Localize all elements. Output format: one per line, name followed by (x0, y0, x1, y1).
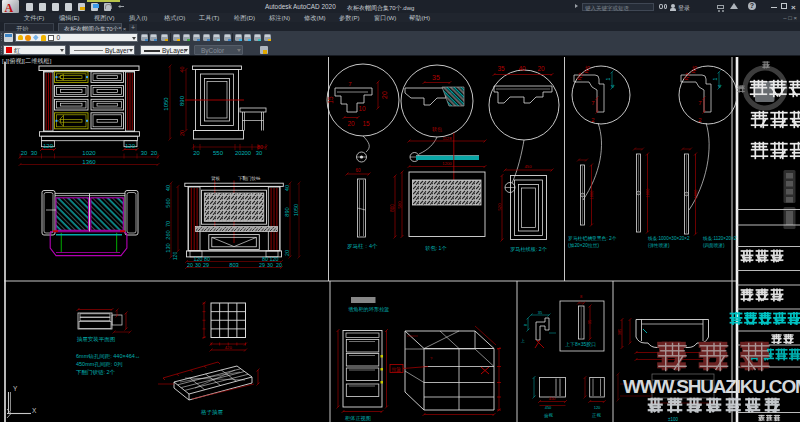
svg-text:8: 8 (523, 323, 528, 326)
svg-text:40: 40 (518, 65, 526, 72)
svg-text:120: 120 (125, 143, 136, 149)
svg-text:120: 120 (43, 143, 54, 149)
svg-text:(四面喷漆): (四面喷漆) (703, 242, 725, 249)
svg-text:20: 20 (347, 120, 355, 127)
svg-text:590: 590 (397, 201, 402, 209)
svg-text:(弹性喷漆): (弹性喷漆) (648, 243, 670, 249)
svg-text:X: X (32, 407, 37, 414)
svg-text:7: 7 (591, 100, 595, 106)
svg-text:?: ? (430, 356, 433, 361)
svg-text:墙角柜的环形拉篮: 墙角柜的环形拉篮 (348, 306, 390, 313)
svg-text:120: 120 (194, 256, 203, 262)
svg-text:8: 8 (580, 294, 583, 299)
svg-text:罗马柱线板: 2个: 罗马柱线板: 2个 (510, 246, 547, 252)
svg-text:上下8×35胶口: 上下8×35胶口 (565, 341, 596, 348)
svg-text:罗马柱：4个: 罗马柱：4个 (347, 243, 378, 250)
svg-text:450: 450 (549, 396, 556, 401)
svg-text:±100: ±100 (668, 417, 678, 422)
svg-text:30: 30 (256, 150, 262, 156)
svg-text:1050: 1050 (293, 204, 299, 216)
svg-text:1: 1 (605, 77, 611, 80)
svg-text:890: 890 (179, 95, 185, 106)
svg-text:1360: 1360 (82, 159, 96, 165)
svg-text:20: 20 (381, 91, 388, 99)
svg-text:(加20×20拉丝): (加20×20拉丝) (568, 242, 599, 248)
svg-text:15: 15 (362, 120, 370, 127)
svg-text:7: 7 (698, 100, 702, 106)
svg-text:29: 29 (203, 262, 209, 268)
svg-text:20: 20 (151, 150, 157, 156)
svg-text:7: 7 (348, 81, 352, 87)
svg-text:Y: Y (13, 385, 18, 392)
svg-text:40: 40 (165, 185, 171, 191)
svg-text:20: 20 (179, 130, 185, 136)
svg-text:30: 30 (141, 150, 147, 156)
svg-text:450mm孔间距: 0列: 450mm孔间距: 0列 (76, 361, 123, 368)
svg-text:70: 70 (165, 221, 171, 227)
svg-text:35: 35 (497, 65, 505, 72)
svg-text:20: 20 (537, 65, 545, 72)
svg-text:软包: 软包 (432, 126, 442, 132)
svg-text:20: 20 (276, 262, 282, 268)
svg-text:803: 803 (229, 262, 239, 268)
svg-text:[-][俯视][二维线框]: [-][俯视][二维线框] (2, 57, 52, 65)
svg-text:线条:1000×30×20×2: 线条:1000×30×20×2 (647, 236, 690, 241)
svg-text:2: 2 (698, 117, 702, 123)
svg-text:1020: 1020 (82, 150, 96, 156)
svg-text:550: 550 (213, 150, 224, 156)
svg-text:俯视: 俯视 (544, 412, 554, 419)
svg-text:软包: 1个: 软包: 1个 (425, 245, 446, 251)
svg-text:420: 420 (225, 345, 233, 350)
svg-text:130: 130 (165, 243, 171, 252)
svg-text:1200: 1200 (442, 161, 452, 166)
svg-text:40: 40 (284, 185, 290, 191)
svg-text:120: 120 (270, 256, 279, 262)
svg-text:拉篮: 拉篮 (392, 366, 402, 372)
svg-text:520: 520 (497, 203, 502, 211)
svg-text:60: 60 (355, 168, 361, 173)
svg-text:40: 40 (179, 66, 185, 72)
svg-text:30: 30 (267, 262, 273, 268)
svg-text:120: 120 (172, 252, 178, 261)
svg-text:下翻门铰链: 2个: 下翻门铰链: 2个 (76, 369, 116, 375)
svg-text:560: 560 (165, 198, 171, 207)
svg-text:20: 20 (193, 150, 199, 156)
svg-text:15: 15 (327, 96, 334, 104)
svg-text:800: 800 (390, 204, 395, 212)
svg-text:1000: 1000 (645, 188, 650, 198)
svg-text:120: 120 (594, 405, 601, 410)
svg-text:R5: R5 (583, 64, 591, 74)
svg-text:30: 30 (31, 150, 37, 156)
svg-text:正视: 正视 (591, 412, 602, 418)
svg-text:R5: R5 (690, 64, 698, 74)
svg-text:2: 2 (591, 117, 595, 123)
svg-text:80: 80 (262, 256, 268, 262)
svg-text:30: 30 (195, 262, 201, 268)
svg-text:20: 20 (21, 150, 27, 156)
svg-text:10: 10 (358, 105, 366, 112)
svg-text:柜体正视图: 柜体正视图 (344, 415, 371, 422)
svg-text:下翻门铰链: 下翻门铰链 (238, 175, 261, 181)
svg-text:35: 35 (432, 74, 440, 81)
svg-text:抽屉安装平面图: 抽屉安装平面图 (77, 336, 116, 343)
svg-text:80: 80 (204, 256, 210, 262)
svg-text:20: 20 (187, 262, 193, 268)
svg-text:385: 385 (617, 328, 622, 335)
svg-text:29: 29 (259, 262, 265, 268)
svg-text:1128: 1128 (442, 136, 452, 141)
svg-text:35: 35 (538, 310, 543, 315)
svg-text:1050: 1050 (163, 97, 169, 111)
svg-text:WWW.SHUAZIKU.COM: WWW.SHUAZIKU.COM (623, 376, 800, 397)
svg-text:20200: 20200 (235, 150, 251, 156)
svg-text:890: 890 (284, 207, 290, 216)
svg-text:6mm钻孔间距: 440×464↔: 6mm钻孔间距: 440×464↔ (76, 353, 140, 360)
svg-text:线条:1120×20×2: 线条:1120×20×2 (702, 236, 737, 241)
svg-text:上: 上 (520, 338, 525, 343)
svg-text:260: 260 (165, 230, 171, 239)
svg-text:格子抽屉: 格子抽屉 (200, 409, 224, 416)
svg-text:20: 20 (284, 250, 290, 256)
svg-text:1000: 1000 (693, 189, 698, 199)
svg-text:1000: 1000 (589, 190, 594, 200)
svg-text:罗马柱铝槽亚黑色: 2个: 罗马柱铝槽亚黑色: 2个 (568, 235, 617, 242)
svg-text:1: 1 (712, 77, 718, 80)
